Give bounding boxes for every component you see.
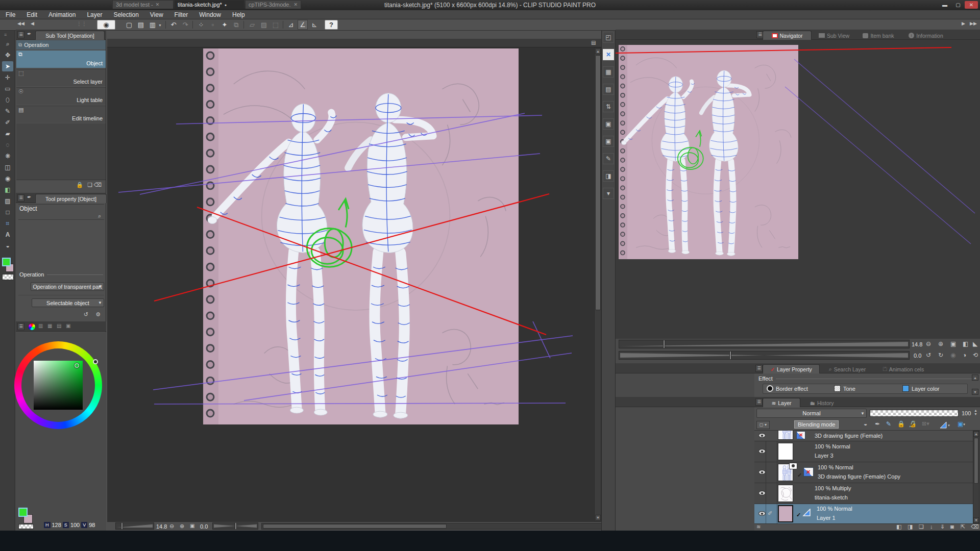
menu-filter[interactable]: Filter bbox=[169, 10, 194, 19]
lock-layer-icon[interactable]: 🔒 bbox=[897, 421, 905, 427]
snap-special-button[interactable]: ∠ bbox=[298, 20, 308, 30]
layer-list-scrollbar[interactable]: ▲ ▼ bbox=[973, 431, 979, 523]
minimize-button[interactable]: ▬ bbox=[938, 1, 951, 9]
tab-animation-cels[interactable]: ⏍ Animation cels bbox=[875, 364, 932, 373]
fit-screen-icon[interactable]: ▣ bbox=[190, 523, 194, 529]
merge-down-icon[interactable]: ⇓ bbox=[940, 524, 945, 530]
menu-layer[interactable]: Layer bbox=[81, 10, 108, 19]
pencil-tool-icon[interactable]: ✐ bbox=[2, 117, 13, 128]
lock-transparent-icon[interactable]: 🔏 bbox=[909, 421, 916, 427]
material-palette-icon[interactable]: ▤ bbox=[603, 84, 614, 95]
layer-property-menu-icon[interactable]: ☰ bbox=[755, 365, 763, 372]
marquee-tool-icon[interactable]: ▭ bbox=[2, 84, 13, 94]
close-tab-icon[interactable]: ✕ bbox=[293, 2, 298, 7]
color-set-tab-icon[interactable]: ▦ bbox=[47, 323, 52, 329]
snap-grid-button[interactable]: ⊾ bbox=[309, 20, 320, 30]
canvas-viewport[interactable] bbox=[107, 47, 594, 521]
reference-layer-icon[interactable]: ✒ bbox=[875, 421, 880, 427]
layer-color-toggle-icon[interactable]: ▣▾ bbox=[958, 421, 965, 427]
lasso-tool-icon[interactable]: ⬯ bbox=[2, 95, 13, 105]
layer-thumbnail[interactable] bbox=[778, 505, 793, 522]
maximize-button[interactable]: ▢ bbox=[951, 1, 965, 9]
mask-palette-icon[interactable]: ◨ bbox=[603, 170, 614, 182]
zoom-in-icon[interactable]: ⊕ bbox=[180, 523, 184, 529]
help-button[interactable]: ? bbox=[325, 20, 338, 30]
scale-button[interactable]: ▱ bbox=[247, 20, 257, 30]
panel-foreground-swatch[interactable] bbox=[18, 508, 28, 517]
tab-list-icon[interactable]: ▤ bbox=[591, 40, 596, 45]
layer-row-layer3[interactable]: 100 % Normal Layer 3 bbox=[754, 441, 973, 462]
scroll-down-icon[interactable]: ▼ bbox=[595, 515, 601, 520]
tab-information[interactable]: i Information bbox=[901, 31, 950, 40]
apply-mask-icon[interactable]: ⇱ bbox=[961, 524, 965, 530]
tab-search-layer[interactable]: ⌕ Search Layer bbox=[821, 364, 874, 373]
balloon-tool-icon[interactable]: ◒ bbox=[2, 241, 13, 251]
subtool-panel-tab[interactable]: Sub Tool [Operation] bbox=[35, 31, 105, 40]
border-effect-button[interactable]: Border effect bbox=[767, 385, 808, 392]
tool-settings-icon[interactable]: ⚙ bbox=[95, 312, 101, 317]
layer-thumbnail[interactable] bbox=[778, 443, 793, 460]
pen-tool-icon[interactable]: ✎ bbox=[2, 106, 13, 116]
reselect-button[interactable]: ▫ bbox=[208, 20, 218, 30]
effect-scroll-up-icon[interactable]: ▲ bbox=[972, 374, 978, 381]
tab-navigator[interactable]: Navigator bbox=[763, 31, 812, 40]
enable-mask-icon[interactable]: ⊠▾ bbox=[922, 421, 929, 427]
navigator-rotation-slider[interactable] bbox=[619, 351, 910, 360]
approx-color-tab-icon[interactable]: ▣ bbox=[66, 323, 70, 329]
layer-mask-icon[interactable]: ◙ bbox=[950, 524, 954, 530]
layer-row-layer1-selected[interactable]: ✐ ✓ 100 % Normal Layer 1 bbox=[754, 504, 973, 523]
opacity-spinner[interactable]: ▲▼ bbox=[974, 409, 977, 416]
blend-tool-icon[interactable]: ◉ bbox=[2, 173, 13, 184]
layer-scroll-thumb[interactable] bbox=[974, 438, 978, 484]
sort-palette-icon[interactable]: ⇅ bbox=[603, 101, 614, 112]
clip-below-icon[interactable]: ◒ bbox=[864, 421, 867, 427]
transfer-down-icon[interactable]: ↓ bbox=[930, 524, 933, 530]
tool-strip-grip[interactable]: ≡ bbox=[4, 33, 7, 37]
new-layer-icon[interactable]: ◧ bbox=[896, 524, 901, 530]
menu-view[interactable]: View bbox=[144, 10, 169, 19]
save-dropdown-icon[interactable]: ▼ bbox=[158, 23, 162, 27]
collapse-left-icon[interactable]: ◀◀ bbox=[17, 21, 24, 26]
transparent-color-swatch[interactable] bbox=[2, 274, 14, 280]
undo-button[interactable]: ↶ bbox=[168, 20, 179, 30]
tool-property-tab[interactable]: Tool property [Object] bbox=[35, 194, 107, 203]
reset-rotation-icon[interactable]: ◉ bbox=[950, 352, 955, 358]
lock-subtool-icon[interactable]: 🔒 bbox=[76, 182, 83, 188]
expand-right-icon[interactable]: ▶ bbox=[962, 21, 965, 26]
doc-tab-cptips[interactable]: cpTIPS-3dmode... ✕ bbox=[245, 0, 301, 9]
add-subtool-icon[interactable]: ❏ bbox=[87, 182, 92, 188]
nav-flip-h-icon[interactable]: ◧ bbox=[963, 341, 968, 347]
vscroll-thumb[interactable] bbox=[595, 55, 601, 310]
canvas-vscrollbar[interactable]: ▲ ▼ bbox=[594, 47, 601, 521]
new-folder-icon[interactable]: ◨ bbox=[908, 524, 913, 530]
zoom-out-icon[interactable]: ⊖ bbox=[169, 523, 174, 529]
sub-view-palette-icon[interactable]: ✕ bbox=[603, 49, 614, 60]
menu-window[interactable]: Window bbox=[193, 10, 227, 19]
new-file-button[interactable]: ▢ bbox=[124, 20, 134, 30]
rotate-right-icon[interactable]: ↻ bbox=[938, 352, 943, 358]
color-panel-menu-icon[interactable]: ☰ bbox=[17, 323, 24, 330]
nav-zoom-out-icon[interactable]: ⊖ bbox=[926, 341, 931, 347]
layer-color-button[interactable]: Layer color bbox=[902, 385, 939, 392]
rotate-left-icon[interactable]: ↺ bbox=[926, 352, 931, 358]
layer-visible-icon[interactable] bbox=[758, 433, 766, 438]
menu-file[interactable]: File bbox=[0, 10, 21, 19]
tab-layer-property[interactable]: ✓ Layer Property bbox=[763, 364, 820, 373]
tab-layer[interactable]: ≋ Layer bbox=[763, 398, 800, 407]
collapse-left2-icon[interactable]: ◀ bbox=[31, 21, 34, 26]
scroll-up-icon[interactable]: ▲ bbox=[595, 48, 601, 54]
sv-square[interactable] bbox=[34, 361, 83, 410]
ruler-range-icon[interactable]: ▾ bbox=[938, 420, 951, 430]
fill-tool-icon[interactable]: ◧ bbox=[2, 185, 13, 195]
delete-layer-icon[interactable]: ⌫ bbox=[971, 524, 979, 530]
deselect-button[interactable]: ⁘ bbox=[196, 20, 206, 30]
doc-tab-3d-model-test[interactable]: 3d model test - ✕ bbox=[112, 0, 174, 9]
menu-help[interactable]: Help bbox=[227, 10, 251, 19]
layer-visible-icon[interactable] bbox=[758, 511, 766, 516]
scroll-up-icon[interactable]: ▲ bbox=[973, 431, 979, 437]
combine-palette-icon[interactable]: ▢ ▾ bbox=[756, 421, 770, 429]
quick-access-palette-icon[interactable]: ◰ bbox=[603, 32, 614, 43]
flip-view-icon[interactable]: ◑ bbox=[963, 352, 966, 358]
layer-row-3d-female[interactable]: ✕ 3D drawing figure (Female) bbox=[754, 431, 973, 441]
tone-button[interactable]: Tone bbox=[834, 385, 855, 392]
